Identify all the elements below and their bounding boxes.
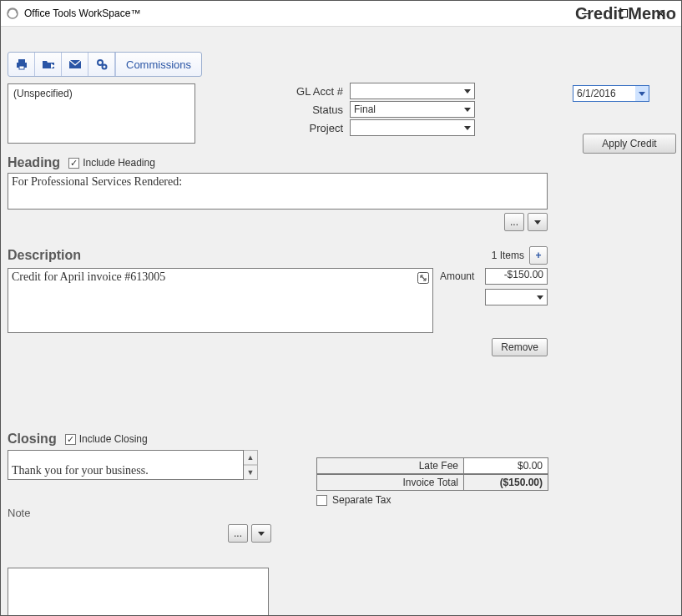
app-title: Office Tools WorkSpace™ — [24, 8, 140, 19]
note-title: Note — [8, 507, 568, 519]
svg-point-0 — [8, 8, 18, 18]
items-count-label: 1 Items — [492, 250, 524, 261]
chevron-down-icon — [534, 220, 541, 225]
closing-title: Closing — [8, 432, 57, 447]
remove-item-button[interactable]: Remove — [492, 338, 548, 356]
invoice-total-label: Invoice Total — [317, 475, 464, 490]
include-closing-checkbox[interactable] — [65, 434, 76, 445]
description-title: Description — [8, 248, 81, 263]
chevron-down-icon — [639, 92, 645, 96]
status-label: Status — [212, 104, 350, 116]
chevron-down-icon — [464, 126, 471, 130]
svg-point-7 — [98, 60, 103, 65]
description-textarea[interactable]: Credit for April invoice #613005 — [8, 268, 433, 333]
invoice-total-value: ($150.00) — [464, 475, 548, 490]
closing-text: Thank you for your business. — [12, 464, 149, 477]
include-heading-label: Include Heading — [83, 157, 155, 169]
amount-label: Amount — [440, 270, 480, 282]
status-value: Final — [354, 104, 376, 115]
chevron-down-icon — [464, 89, 471, 93]
date-value: 6/1/2016 — [577, 88, 616, 99]
toolbar: Commissions — [8, 52, 202, 77]
separate-tax-checkbox[interactable] — [316, 495, 327, 506]
note-browse-button[interactable]: ... — [228, 524, 248, 543]
print-button[interactable] — [8, 53, 35, 76]
separate-tax-label: Separate Tax — [332, 494, 392, 506]
email-button[interactable] — [62, 53, 88, 76]
item-type-select[interactable] — [485, 289, 548, 305]
gl-acct-select[interactable] — [350, 83, 475, 99]
closing-scrollbar[interactable]: ▲ ▼ — [244, 450, 258, 480]
project-label: Project — [212, 122, 350, 134]
gl-acct-label: GL Acct # — [212, 85, 350, 98]
commissions-button[interactable]: Commissions — [115, 53, 201, 76]
apply-credit-button[interactable]: Apply Credit — [583, 134, 676, 154]
project-select[interactable] — [350, 119, 475, 136]
late-fee-label: Late Fee — [317, 458, 464, 473]
amount-input[interactable]: -$150.00 — [485, 268, 548, 285]
svg-point-8 — [102, 65, 106, 69]
closing-textarea[interactable]: Thank you for your business. — [8, 450, 244, 480]
add-item-button[interactable]: + — [529, 246, 548, 265]
status-select[interactable]: Final — [350, 101, 475, 118]
app-logo-icon — [6, 7, 19, 20]
date-dropdown-button[interactable] — [635, 86, 649, 101]
open-folder-button[interactable] — [35, 53, 62, 76]
note-textarea[interactable] — [8, 568, 269, 616]
settings-button[interactable] — [88, 53, 115, 76]
include-closing-label: Include Closing — [79, 433, 148, 445]
scroll-down-icon[interactable]: ▼ — [244, 465, 257, 479]
include-heading-checkbox[interactable] — [68, 158, 79, 169]
chevron-down-icon — [258, 532, 265, 536]
expand-icon[interactable] — [417, 272, 429, 287]
heading-textarea[interactable]: For Professional Services Rendered: — [8, 173, 548, 210]
late-fee-input[interactable]: $0.00 — [464, 458, 548, 473]
scroll-up-icon[interactable]: ▲ — [244, 451, 257, 465]
svg-rect-5 — [19, 66, 24, 69]
heading-browse-button[interactable]: ... — [504, 213, 524, 231]
svg-rect-3 — [18, 59, 25, 63]
chevron-down-icon — [464, 108, 471, 112]
heading-dropdown-button[interactable] — [528, 213, 548, 231]
page-title: Credit Memo — [575, 4, 676, 23]
heading-title: Heading — [8, 155, 60, 170]
description-text: Credit for April invoice #613005 — [12, 270, 165, 283]
note-dropdown-button[interactable] — [251, 524, 271, 543]
chevron-down-icon — [537, 295, 543, 300]
date-picker[interactable]: 6/1/2016 — [573, 85, 649, 102]
recipient-box[interactable]: (Unspecified) — [8, 83, 195, 144]
